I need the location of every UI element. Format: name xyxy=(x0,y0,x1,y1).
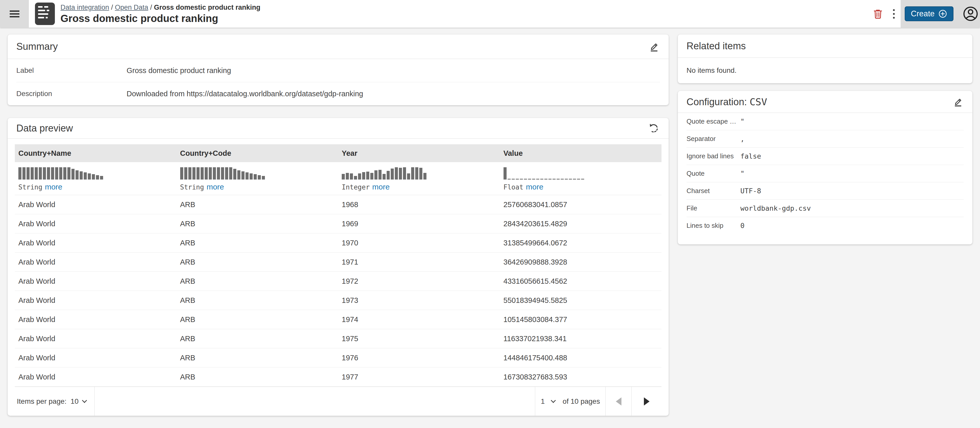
table-cell: Arab World xyxy=(15,220,177,228)
column-header: Year xyxy=(338,149,500,158)
current-page-value: 1 xyxy=(541,398,545,406)
more-actions-button[interactable] xyxy=(887,0,900,27)
hamburger-icon xyxy=(10,9,19,19)
table-cell: ARB xyxy=(177,277,339,286)
histogram xyxy=(180,167,339,179)
configuration-row-value: " xyxy=(740,117,745,125)
histogram-bar xyxy=(88,173,91,179)
data-preview-title: Data preview xyxy=(16,123,73,134)
more-link[interactable]: more xyxy=(45,183,62,191)
histogram-bar xyxy=(508,179,511,179)
account-button[interactable] xyxy=(962,5,979,22)
histogram-bar xyxy=(354,176,357,179)
configuration-row-label: Quote escape … xyxy=(687,117,740,125)
histogram-bar xyxy=(362,172,365,179)
histogram-bar xyxy=(63,167,66,179)
histogram-bar xyxy=(383,174,386,179)
edit-configuration-button[interactable] xyxy=(953,96,964,107)
page-count-label: of 10 pages xyxy=(563,398,600,406)
histogram-bar xyxy=(213,167,216,179)
histogram-bar xyxy=(200,167,204,179)
histogram-bar xyxy=(245,172,248,179)
trash-icon xyxy=(872,8,884,20)
summary-row: LabelGross domestic product ranking xyxy=(16,59,660,82)
histogram-bar xyxy=(532,179,535,179)
table-row: Arab WorldARB1975116337021938.341 xyxy=(15,329,662,348)
data-preview-card: Data preview Country+NameCountry+CodeYea… xyxy=(8,118,669,416)
create-button[interactable]: Create xyxy=(905,6,953,21)
table-cell: Arab World xyxy=(15,239,177,247)
table-cell: Arab World xyxy=(15,277,177,286)
table-cell: Arab World xyxy=(15,373,177,381)
table-cell: 1972 xyxy=(338,277,500,286)
column-header: Country+Name xyxy=(15,149,177,158)
table-cell: 1969 xyxy=(338,220,500,228)
more-link[interactable]: more xyxy=(207,183,224,191)
breadcrumb-link[interactable]: Data integration xyxy=(60,3,109,11)
histogram-bar xyxy=(387,171,390,179)
histogram-bar xyxy=(504,167,507,179)
page-select-section: 1 of 10 pages xyxy=(535,387,605,416)
histogram xyxy=(504,167,662,179)
histogram-bar xyxy=(59,167,62,179)
histogram-bar xyxy=(192,167,196,179)
related-items-empty-text: No items found. xyxy=(678,58,972,83)
previous-page-button[interactable] xyxy=(605,387,632,416)
histogram-bar xyxy=(524,179,527,179)
column-header: Value xyxy=(500,149,662,158)
items-per-page-value: 10 xyxy=(71,398,79,406)
dataset-icon xyxy=(35,3,55,25)
configuration-row-label: File xyxy=(687,204,740,212)
histogram-bar xyxy=(411,167,414,179)
table-row: Arab WorldARB197136426909888.3928 xyxy=(15,252,662,272)
delete-button[interactable] xyxy=(869,0,887,27)
summary-title: Summary xyxy=(16,41,58,52)
histogram-bar xyxy=(100,176,103,179)
edit-summary-button[interactable] xyxy=(648,41,660,53)
histogram-bar xyxy=(395,167,398,179)
histogram-bar xyxy=(225,167,228,179)
histogram-bar xyxy=(374,170,377,179)
chevron-down-icon xyxy=(82,398,87,403)
histogram-bar xyxy=(217,167,220,179)
table-cell: 55018394945.5825 xyxy=(500,296,662,305)
table-row: Arab WorldARB196825760683041.0857 xyxy=(15,195,662,214)
breadcrumb: Data integration / Open Data / Gross dom… xyxy=(60,3,260,12)
configuration-row-label: Separator xyxy=(687,135,740,143)
table-cell: ARB xyxy=(177,335,339,343)
summary-row-label: Label xyxy=(16,66,127,75)
edit-pencil-icon xyxy=(648,41,660,53)
table-row: Arab WorldARB197243316056615.4562 xyxy=(15,272,662,291)
table-cell: Arab World xyxy=(15,354,177,362)
histogram-bar xyxy=(370,173,373,179)
histogram-bar xyxy=(581,179,584,179)
breadcrumb-separator: / xyxy=(148,3,154,11)
configuration-row: Ignore bad linesfalse xyxy=(687,148,964,165)
histogram-bar xyxy=(419,168,422,179)
table-cell: 1975 xyxy=(338,335,500,343)
menu-button[interactable] xyxy=(0,0,29,27)
histogram-bar xyxy=(350,173,353,179)
main-content: Summary LabelGross domestic product rank… xyxy=(0,27,980,416)
histogram-bar xyxy=(407,173,410,179)
more-link[interactable]: more xyxy=(372,183,390,191)
table-cell: 1977 xyxy=(338,373,500,381)
configuration-row-label: Lines to skip xyxy=(687,222,740,230)
configuration-row: Quote escape …" xyxy=(687,113,964,130)
reload-preview-button[interactable] xyxy=(647,122,660,134)
configuration-row-value: worldbank-gdp.csv xyxy=(740,204,811,212)
next-page-button[interactable] xyxy=(632,387,662,416)
page-number-select[interactable]: 1 xyxy=(541,398,555,406)
preview-table: Country+NameCountry+CodeYearValue String… xyxy=(15,144,662,416)
configuration-rows: Quote escape …"Separator,Ignore bad line… xyxy=(678,113,972,234)
summary-row: DescriptionDownloaded from https://datac… xyxy=(16,82,660,105)
table-row: Arab WorldARB197355018394945.5825 xyxy=(15,291,662,310)
breadcrumb-link[interactable]: Open Data xyxy=(115,3,148,11)
histogram-bar xyxy=(72,169,75,179)
related-items-title: Related items xyxy=(687,41,746,51)
table-cell: ARB xyxy=(177,296,339,305)
more-link[interactable]: more xyxy=(526,183,543,191)
table-row: Arab WorldARB197031385499664.0672 xyxy=(15,233,662,252)
items-per-page-select[interactable]: Items per page: 10 xyxy=(15,387,95,416)
histogram-bar xyxy=(540,179,543,179)
